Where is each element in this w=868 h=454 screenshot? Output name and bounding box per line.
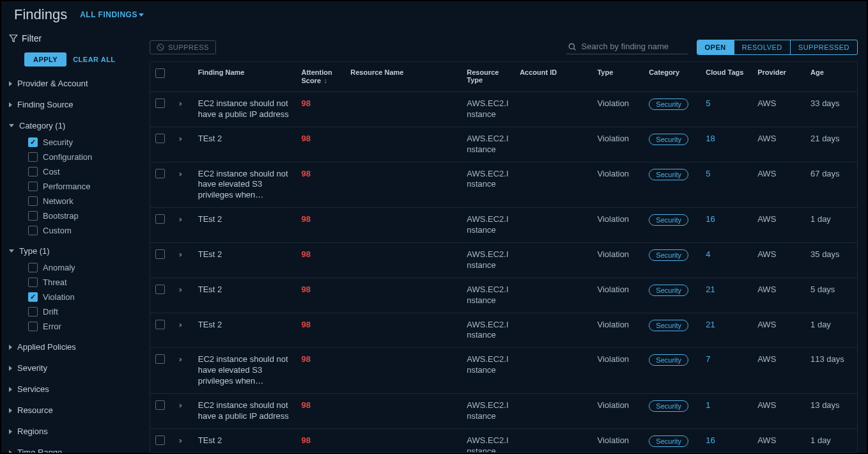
checkbox[interactable] <box>28 226 38 235</box>
checkbox[interactable] <box>28 307 38 317</box>
tab-resolved[interactable]: RESOLVED <box>734 40 790 54</box>
facet-applied-policies[interactable]: Applied Policies <box>9 339 133 355</box>
expand-icon[interactable]: ›› <box>178 320 180 329</box>
row-checkbox[interactable] <box>155 285 165 294</box>
finding-name[interactable]: TEst 2 <box>198 320 291 331</box>
expand-icon[interactable]: ›› <box>178 98 180 108</box>
cloud-tags-count[interactable]: 4 <box>706 249 710 259</box>
col-resource-type[interactable]: Resource Type <box>461 62 515 92</box>
checkbox[interactable] <box>28 322 38 331</box>
facet-item-configuration[interactable]: Configuration <box>28 150 133 164</box>
col-category[interactable]: Category <box>644 62 701 92</box>
row-checkbox[interactable] <box>155 435 165 445</box>
checkbox[interactable]: ✓ <box>28 292 38 302</box>
row-checkbox[interactable] <box>155 320 165 329</box>
tab-open[interactable]: OPEN <box>697 40 734 54</box>
row-checkbox[interactable] <box>155 214 165 224</box>
facet-item-cost[interactable]: Cost <box>28 164 133 179</box>
finding-name[interactable]: TEst 2 <box>198 249 291 260</box>
finding-name[interactable]: TEst 2 <box>198 214 291 225</box>
search-box[interactable] <box>566 40 688 54</box>
col-attention-score[interactable]: Attention Score↓ <box>296 62 345 92</box>
apply-button[interactable]: APPLY <box>24 52 66 67</box>
finding-name[interactable]: TEst 2 <box>198 134 291 145</box>
col-cloud-tags[interactable]: Cloud Tags <box>701 62 752 92</box>
expand-icon[interactable]: ›› <box>178 214 180 224</box>
checkbox[interactable] <box>28 278 38 287</box>
facet-type-[interactable]: Type (1) <box>9 243 133 259</box>
chevron-down-icon <box>9 249 14 253</box>
facet-item-error[interactable]: Error <box>28 319 133 334</box>
facet-item-label: Error <box>43 322 61 331</box>
view-selector[interactable]: ALL FINDINGS <box>80 10 144 19</box>
checkbox[interactable] <box>28 196 38 206</box>
facet-provider-account[interactable]: Provider & Account <box>9 75 133 91</box>
cloud-tags-count[interactable]: 5 <box>706 98 710 108</box>
cloud-tags-count[interactable]: 1 <box>706 400 710 410</box>
expand-icon[interactable]: ›› <box>178 435 180 445</box>
cloud-tags-count[interactable]: 21 <box>706 320 715 329</box>
checkbox[interactable] <box>28 182 38 191</box>
col-account-id[interactable]: Account ID <box>515 62 592 92</box>
expand-icon[interactable]: ›› <box>178 169 180 178</box>
facet-item-threat[interactable]: Threat <box>28 275 133 290</box>
facet-severity[interactable]: Severity <box>9 360 133 376</box>
expand-icon[interactable]: ›› <box>178 400 180 410</box>
category-badge: Security <box>649 214 688 226</box>
expand-icon[interactable]: ›› <box>178 285 180 294</box>
facet-finding-source[interactable]: Finding Source <box>9 97 133 113</box>
row-checkbox[interactable] <box>155 400 165 410</box>
expand-icon[interactable]: ›› <box>178 354 180 364</box>
col-type[interactable]: Type <box>592 62 644 92</box>
expand-icon[interactable]: ›› <box>178 134 180 143</box>
expand-icon[interactable]: ›› <box>178 249 180 259</box>
cloud-tags-count[interactable]: 16 <box>706 435 715 445</box>
facet-item-security[interactable]: ✓Security <box>28 135 133 150</box>
checkbox[interactable] <box>28 152 38 162</box>
finding-name[interactable]: EC2 instance should not have elevated S3… <box>198 169 291 201</box>
facet-item-anomaly[interactable]: Anomaly <box>28 260 133 275</box>
facet-time-range[interactable]: Time Range <box>9 444 133 453</box>
finding-name[interactable]: EC2 instance should not have elevated S3… <box>198 354 291 387</box>
col-resource-name[interactable]: Resource Name <box>345 62 461 92</box>
checkbox[interactable] <box>28 263 38 272</box>
cloud-tags-count[interactable]: 7 <box>706 354 710 364</box>
facet-regions[interactable]: Regions <box>9 423 133 439</box>
facet-item-bootstrap[interactable]: Bootstrap <box>28 208 133 223</box>
checkbox[interactable] <box>28 167 38 176</box>
finding-name[interactable]: TEst 2 <box>198 285 291 295</box>
row-checkbox[interactable] <box>155 249 165 259</box>
facet-item-network[interactable]: Network <box>28 194 133 208</box>
clear-all-button[interactable]: CLEAR ALL <box>73 56 115 63</box>
search-input[interactable] <box>582 42 686 51</box>
cloud-tags-count[interactable]: 5 <box>706 169 710 178</box>
facet-category-[interactable]: Category (1) <box>9 118 133 134</box>
tab-suppressed[interactable]: SUPPRESSED <box>790 40 857 54</box>
facet-item-performance[interactable]: Performance <box>28 179 133 194</box>
facet-item-drift[interactable]: Drift <box>28 304 133 319</box>
row-checkbox[interactable] <box>155 354 165 364</box>
age: 5 days <box>805 278 857 313</box>
facet-resource[interactable]: Resource <box>9 402 133 418</box>
checkbox[interactable] <box>28 211 38 221</box>
col-provider[interactable]: Provider <box>752 62 805 92</box>
cloud-tags-count[interactable]: 18 <box>706 134 715 143</box>
select-all-checkbox[interactable] <box>155 68 165 78</box>
col-age[interactable]: Age <box>805 62 857 92</box>
facet-item-violation[interactable]: ✓Violation <box>28 290 133 304</box>
facet-item-custom[interactable]: Custom <box>28 223 133 238</box>
facet-services[interactable]: Services <box>9 381 133 397</box>
col-finding-name[interactable]: Finding Name <box>193 62 297 92</box>
row-checkbox[interactable] <box>155 169 165 178</box>
svg-line-2 <box>158 45 162 49</box>
checkbox[interactable]: ✓ <box>28 137 38 147</box>
row-checkbox[interactable] <box>155 134 165 143</box>
chevron-down-icon <box>9 124 14 127</box>
finding-name[interactable]: TEst 2 <box>198 435 291 446</box>
finding-name[interactable]: EC2 instance should not have a public IP… <box>198 400 291 422</box>
finding-name[interactable]: EC2 instance should not have a public IP… <box>198 98 291 120</box>
row-checkbox[interactable] <box>155 98 165 108</box>
suppress-button[interactable]: SUPPRESS <box>150 40 216 54</box>
cloud-tags-count[interactable]: 21 <box>706 285 715 294</box>
cloud-tags-count[interactable]: 16 <box>706 214 715 224</box>
